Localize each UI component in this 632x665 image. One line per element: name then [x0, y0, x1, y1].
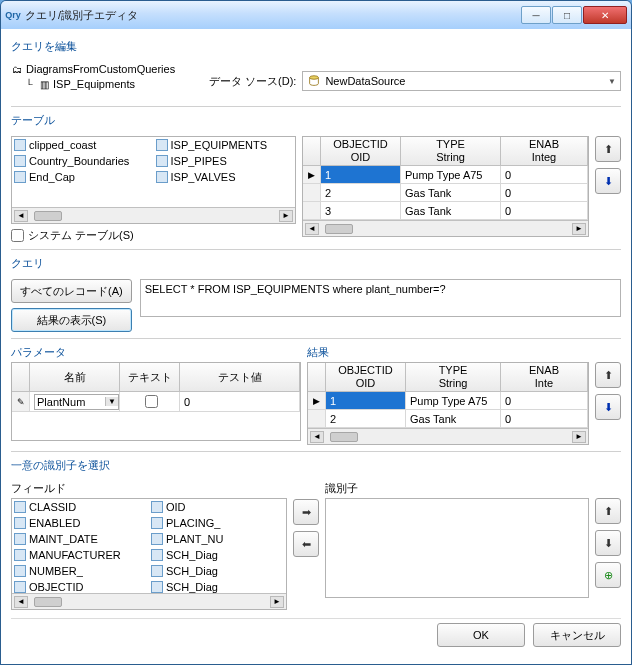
datasource-icon	[307, 74, 321, 88]
list-item: MAINT_DATE	[12, 531, 149, 547]
fields-label: フィールド	[11, 481, 287, 496]
tree-root[interactable]: DiagramsFromCustomQueries	[26, 62, 175, 77]
svg-point-0	[310, 76, 319, 80]
move-down-button[interactable]: ⬇	[595, 394, 621, 420]
titlebar: Qry クエリ/識別子エディタ ─ □ ✕	[1, 1, 631, 29]
chevron-down-icon: ▼	[608, 77, 616, 86]
preview-grid[interactable]: OBJECTIDOID TYPEString ENABInteg ▶1Pump …	[302, 136, 589, 237]
hscrollbar[interactable]: ◄►	[308, 428, 588, 444]
datasource-label: データ ソース(D):	[209, 74, 296, 89]
list-item: CLASSID	[12, 499, 149, 515]
list-item: MANUFACTURER	[12, 547, 149, 563]
table-icon	[156, 155, 168, 167]
list-item: ISP_VALVES	[154, 169, 296, 185]
list-item: PLACING_	[149, 515, 286, 531]
results-label: 結果	[307, 345, 621, 360]
cancel-button[interactable]: キャンセル	[533, 623, 621, 647]
tree-child[interactable]: ISP_Equipments	[53, 77, 135, 92]
move-up-button[interactable]: ⬆	[595, 136, 621, 162]
list-item: SCH_Diag	[149, 563, 286, 579]
add-id-button[interactable]: ➡	[293, 499, 319, 525]
table-icon	[14, 155, 26, 167]
param-text-checkbox[interactable]	[145, 395, 158, 408]
connector-icon: └	[23, 79, 35, 91]
table-row[interactable]: ▶1Pump Type A750	[303, 166, 588, 184]
table-row[interactable]: 2Gas Tank0	[303, 184, 588, 202]
show-results-button[interactable]: 結果の表示(S)	[11, 308, 132, 332]
table-row[interactable]: ✎ PlantNum▼ 0	[12, 392, 300, 412]
chevron-down-icon: ▼	[105, 397, 118, 406]
identifier-label: 識別子	[325, 481, 621, 496]
field-icon	[14, 581, 26, 593]
list-item: OBJECTID	[12, 579, 149, 593]
table-row[interactable]: 2Gas Tank0	[308, 410, 588, 428]
param-name-combo[interactable]: PlantNum▼	[34, 394, 119, 410]
id-down-button[interactable]: ⬇	[595, 530, 621, 556]
list-item: ISP_PIPES	[154, 153, 296, 169]
system-tables-checkbox[interactable]: システム テーブル(S)	[11, 228, 296, 243]
tables-list[interactable]: clipped_coast Country_Boundaries End_Cap…	[11, 136, 296, 224]
field-icon	[14, 549, 26, 561]
remove-id-button[interactable]: ⬅	[293, 531, 319, 557]
list-item: OID	[149, 499, 286, 515]
arrow-down-icon: ⬇	[604, 401, 613, 414]
add-button[interactable]: ⊕	[595, 562, 621, 588]
field-icon	[14, 517, 26, 529]
id-up-button[interactable]: ⬆	[595, 498, 621, 524]
folder-icon: 🗂	[11, 64, 23, 76]
table-row[interactable]: ▶1Pump Type A750	[308, 392, 588, 410]
minimize-button[interactable]: ─	[521, 6, 551, 24]
list-item: SCH_Diag	[149, 547, 286, 563]
plus-circle-icon: ⊕	[604, 569, 613, 582]
list-item: ISP_EQUIPMENTS	[154, 137, 296, 153]
parameters-label: パラメータ	[11, 345, 301, 360]
move-up-button[interactable]: ⬆	[595, 362, 621, 388]
fields-list[interactable]: CLASSID ENABLED MAINT_DATE MANUFACTURER …	[11, 498, 287, 610]
hscrollbar[interactable]: ◄►	[303, 220, 588, 236]
maximize-button[interactable]: □	[552, 6, 582, 24]
table-icon: ▥	[38, 79, 50, 91]
results-grid[interactable]: OBJECTIDOID TYPEString ENABInte ▶1Pump T…	[307, 362, 589, 445]
close-button[interactable]: ✕	[583, 6, 627, 24]
param-test-value[interactable]: 0	[180, 392, 300, 412]
edit-query-label: クエリを編集	[11, 39, 621, 54]
field-icon	[151, 517, 163, 529]
app-icon: Qry	[5, 7, 21, 23]
field-icon	[151, 533, 163, 545]
pencil-icon: ✎	[12, 392, 30, 412]
arrow-up-icon: ⬆	[604, 505, 613, 518]
field-icon	[14, 565, 26, 577]
list-item: End_Cap	[12, 169, 154, 185]
arrow-right-icon: ➡	[302, 506, 311, 519]
table-icon	[156, 171, 168, 183]
query-label: クエリ	[11, 256, 621, 271]
arrow-left-icon: ⬅	[302, 538, 311, 551]
hscrollbar[interactable]: ◄►	[12, 593, 286, 609]
ok-button[interactable]: OK	[437, 623, 525, 647]
parameters-grid[interactable]: 名前 テキスト テスト値 ✎ PlantNum▼ 0	[11, 362, 301, 441]
all-records-button[interactable]: すべてのレコード(A)	[11, 279, 132, 303]
table-icon	[14, 139, 26, 151]
field-icon	[151, 501, 163, 513]
move-down-button[interactable]: ⬇	[595, 168, 621, 194]
arrow-up-icon: ⬆	[604, 369, 613, 382]
unique-id-label: 一意の識別子を選択	[11, 458, 621, 473]
tables-label: テーブル	[11, 113, 621, 128]
list-item: SCH_Diag	[149, 579, 286, 593]
list-item: Country_Boundaries	[12, 153, 154, 169]
field-icon	[14, 501, 26, 513]
query-tree[interactable]: 🗂 DiagramsFromCustomQueries └ ▥ ISP_Equi…	[11, 62, 201, 100]
hscrollbar[interactable]: ◄►	[12, 207, 295, 223]
datasource-combo[interactable]: NewDataSource ▼	[302, 71, 621, 91]
list-item: NUMBER_	[12, 563, 149, 579]
identifiers-list[interactable]	[325, 498, 589, 598]
datasource-value: NewDataSource	[325, 75, 405, 87]
arrow-down-icon: ⬇	[604, 175, 613, 188]
list-item: PLANT_NU	[149, 531, 286, 547]
sql-textarea[interactable]: SELECT * FROM ISP_EQUIPMENTS where plant…	[140, 279, 621, 317]
table-icon	[156, 139, 168, 151]
table-row[interactable]: 3Gas Tank0	[303, 202, 588, 220]
list-item: ENABLED	[12, 515, 149, 531]
arrow-down-icon: ⬇	[604, 537, 613, 550]
arrow-up-icon: ⬆	[604, 143, 613, 156]
